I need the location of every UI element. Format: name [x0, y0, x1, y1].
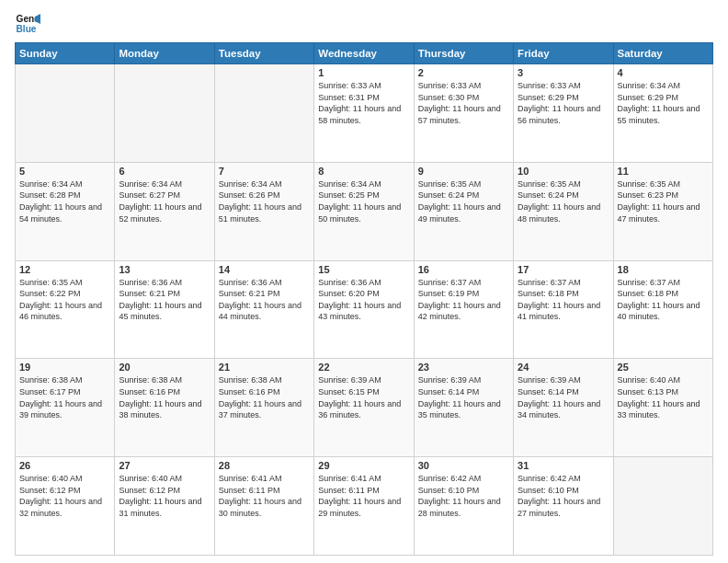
day-info: Sunrise: 6:40 AMSunset: 6:12 PMDaylight:… [19, 473, 110, 519]
day-number: 25 [618, 362, 709, 373]
week-row-4: 19Sunrise: 6:38 AMSunset: 6:17 PMDayligh… [16, 359, 713, 457]
calendar-cell: 22Sunrise: 6:39 AMSunset: 6:15 PMDayligh… [314, 359, 414, 457]
calendar-cell [115, 64, 214, 163]
calendar-cell: 9Sunrise: 6:35 AMSunset: 6:24 PMDaylight… [414, 162, 513, 260]
calendar-cell: 10Sunrise: 6:35 AMSunset: 6:24 PMDayligh… [514, 162, 613, 260]
day-info: Sunrise: 6:38 AMSunset: 6:16 PMDaylight:… [119, 374, 210, 420]
day-number: 30 [418, 460, 509, 471]
calendar-cell: 5Sunrise: 6:34 AMSunset: 6:28 PMDaylight… [16, 162, 115, 260]
calendar-cell [16, 64, 115, 163]
calendar-cell: 20Sunrise: 6:38 AMSunset: 6:16 PMDayligh… [115, 359, 214, 457]
calendar-cell: 16Sunrise: 6:37 AMSunset: 6:19 PMDayligh… [414, 260, 513, 359]
day-number: 5 [19, 166, 110, 177]
day-info: Sunrise: 6:35 AMSunset: 6:23 PMDaylight:… [618, 178, 709, 224]
day-info: Sunrise: 6:38 AMSunset: 6:17 PMDaylight:… [19, 374, 110, 420]
day-number: 2 [418, 67, 509, 78]
calendar-cell: 7Sunrise: 6:34 AMSunset: 6:26 PMDaylight… [214, 162, 313, 260]
day-info: Sunrise: 6:42 AMSunset: 6:10 PMDaylight:… [518, 473, 609, 519]
svg-text:Blue: Blue [17, 24, 37, 34]
day-info: Sunrise: 6:35 AMSunset: 6:24 PMDaylight:… [418, 178, 509, 224]
weekday-header-tuesday: Tuesday [214, 43, 313, 64]
week-row-5: 26Sunrise: 6:40 AMSunset: 6:12 PMDayligh… [16, 457, 713, 556]
logo-icon: General Blue [15, 11, 40, 37]
calendar-cell: 30Sunrise: 6:42 AMSunset: 6:10 PMDayligh… [414, 457, 513, 556]
day-number: 17 [518, 264, 609, 275]
weekday-header-thursday: Thursday [414, 43, 513, 64]
calendar-cell: 3Sunrise: 6:33 AMSunset: 6:29 PMDaylight… [514, 64, 613, 163]
calendar-cell: 8Sunrise: 6:34 AMSunset: 6:25 PMDaylight… [314, 162, 414, 260]
calendar-cell: 13Sunrise: 6:36 AMSunset: 6:21 PMDayligh… [115, 260, 214, 359]
calendar-cell: 1Sunrise: 6:33 AMSunset: 6:31 PMDaylight… [314, 64, 414, 163]
day-number: 20 [119, 362, 210, 373]
weekday-header-row: SundayMondayTuesdayWednesdayThursdayFrid… [16, 43, 713, 64]
day-number: 27 [119, 460, 210, 471]
day-number: 26 [19, 460, 110, 471]
calendar-cell: 11Sunrise: 6:35 AMSunset: 6:23 PMDayligh… [613, 162, 712, 260]
day-number: 15 [318, 264, 409, 275]
day-number: 21 [219, 362, 310, 373]
day-info: Sunrise: 6:37 AMSunset: 6:18 PMDaylight:… [518, 277, 609, 323]
calendar-cell: 27Sunrise: 6:40 AMSunset: 6:12 PMDayligh… [115, 457, 214, 556]
day-info: Sunrise: 6:36 AMSunset: 6:21 PMDaylight:… [119, 277, 210, 323]
day-number: 22 [318, 362, 409, 373]
day-number: 18 [618, 264, 709, 275]
week-row-3: 12Sunrise: 6:35 AMSunset: 6:22 PMDayligh… [16, 260, 713, 359]
day-info: Sunrise: 6:36 AMSunset: 6:21 PMDaylight:… [219, 277, 310, 323]
day-info: Sunrise: 6:37 AMSunset: 6:19 PMDaylight:… [418, 277, 509, 323]
calendar-cell: 24Sunrise: 6:39 AMSunset: 6:14 PMDayligh… [514, 359, 613, 457]
day-info: Sunrise: 6:34 AMSunset: 6:25 PMDaylight:… [318, 178, 409, 224]
day-info: Sunrise: 6:33 AMSunset: 6:31 PMDaylight:… [318, 80, 409, 126]
calendar-cell: 14Sunrise: 6:36 AMSunset: 6:21 PMDayligh… [214, 260, 313, 359]
day-number: 13 [119, 264, 210, 275]
day-number: 6 [119, 166, 210, 177]
calendar-cell: 12Sunrise: 6:35 AMSunset: 6:22 PMDayligh… [16, 260, 115, 359]
day-number: 1 [318, 67, 409, 78]
calendar-cell: 19Sunrise: 6:38 AMSunset: 6:17 PMDayligh… [16, 359, 115, 457]
day-info: Sunrise: 6:34 AMSunset: 6:28 PMDaylight:… [19, 178, 110, 224]
day-info: Sunrise: 6:41 AMSunset: 6:11 PMDaylight:… [318, 473, 409, 519]
day-number: 11 [618, 166, 709, 177]
weekday-header-monday: Monday [115, 43, 214, 64]
day-info: Sunrise: 6:35 AMSunset: 6:22 PMDaylight:… [19, 277, 110, 323]
calendar-cell: 23Sunrise: 6:39 AMSunset: 6:14 PMDayligh… [414, 359, 513, 457]
day-info: Sunrise: 6:36 AMSunset: 6:20 PMDaylight:… [318, 277, 409, 323]
calendar-cell: 29Sunrise: 6:41 AMSunset: 6:11 PMDayligh… [314, 457, 414, 556]
day-info: Sunrise: 6:40 AMSunset: 6:12 PMDaylight:… [119, 473, 210, 519]
calendar-table: SundayMondayTuesdayWednesdayThursdayFrid… [15, 42, 713, 556]
calendar-cell: 18Sunrise: 6:37 AMSunset: 6:18 PMDayligh… [613, 260, 712, 359]
weekday-header-wednesday: Wednesday [314, 43, 414, 64]
day-number: 24 [518, 362, 609, 373]
day-info: Sunrise: 6:40 AMSunset: 6:13 PMDaylight:… [618, 374, 709, 420]
day-info: Sunrise: 6:34 AMSunset: 6:27 PMDaylight:… [119, 178, 210, 224]
day-number: 14 [219, 264, 310, 275]
day-number: 3 [518, 67, 609, 78]
calendar-cell: 31Sunrise: 6:42 AMSunset: 6:10 PMDayligh… [514, 457, 613, 556]
day-info: Sunrise: 6:34 AMSunset: 6:29 PMDaylight:… [618, 80, 709, 126]
calendar-cell: 21Sunrise: 6:38 AMSunset: 6:16 PMDayligh… [214, 359, 313, 457]
day-info: Sunrise: 6:41 AMSunset: 6:11 PMDaylight:… [219, 473, 310, 519]
day-number: 16 [418, 264, 509, 275]
calendar-cell: 15Sunrise: 6:36 AMSunset: 6:20 PMDayligh… [314, 260, 414, 359]
calendar-cell: 26Sunrise: 6:40 AMSunset: 6:12 PMDayligh… [16, 457, 115, 556]
day-info: Sunrise: 6:42 AMSunset: 6:10 PMDaylight:… [418, 473, 509, 519]
day-info: Sunrise: 6:39 AMSunset: 6:14 PMDaylight:… [518, 374, 609, 420]
day-number: 9 [418, 166, 509, 177]
day-number: 8 [318, 166, 409, 177]
day-number: 10 [518, 166, 609, 177]
header: General Blue [15, 11, 713, 37]
calendar-cell: 6Sunrise: 6:34 AMSunset: 6:27 PMDaylight… [115, 162, 214, 260]
day-info: Sunrise: 6:37 AMSunset: 6:18 PMDaylight:… [618, 277, 709, 323]
day-number: 4 [618, 67, 709, 78]
day-number: 31 [518, 460, 609, 471]
page: General Blue SundayMondayTuesdayWednesda… [0, 0, 728, 563]
calendar-cell: 25Sunrise: 6:40 AMSunset: 6:13 PMDayligh… [613, 359, 712, 457]
day-info: Sunrise: 6:39 AMSunset: 6:14 PMDaylight:… [418, 374, 509, 420]
calendar-cell: 17Sunrise: 6:37 AMSunset: 6:18 PMDayligh… [514, 260, 613, 359]
calendar-cell [613, 457, 712, 556]
logo: General Blue [15, 11, 44, 37]
calendar-cell [214, 64, 313, 163]
week-row-1: 1Sunrise: 6:33 AMSunset: 6:31 PMDaylight… [16, 64, 713, 163]
day-info: Sunrise: 6:33 AMSunset: 6:30 PMDaylight:… [418, 80, 509, 126]
calendar-cell: 2Sunrise: 6:33 AMSunset: 6:30 PMDaylight… [414, 64, 513, 163]
weekday-header-sunday: Sunday [16, 43, 115, 64]
